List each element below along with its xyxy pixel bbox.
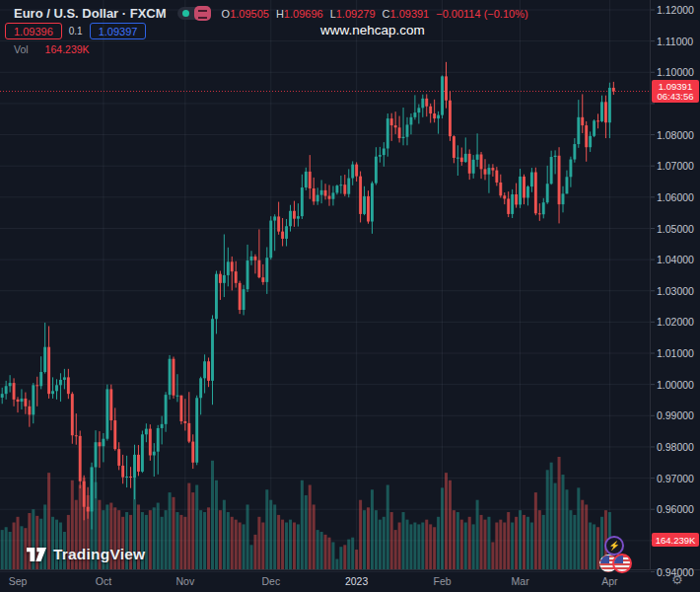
chart-plot-area[interactable]	[0, 0, 650, 569]
tradingview-logo-icon	[27, 548, 46, 561]
symbol-title[interactable]: Euro / U.S. Dollar · FXCM	[14, 6, 167, 21]
time-axis-label: Apr	[590, 575, 629, 587]
close-label: C	[383, 8, 390, 20]
price-axis-label: 1.11000	[657, 36, 693, 47]
ohlc-readout: O1.09505 H1.09696 L1.09279 C1.09391 −0.0…	[222, 8, 535, 20]
time-axis-label: Oct	[84, 575, 123, 587]
current-price-label: 1.09391 06:43:56	[652, 80, 699, 103]
price-axis-label: 1.03000	[657, 285, 694, 297]
alert-lightning-icon[interactable]: ⚡	[604, 536, 624, 555]
bid-button[interactable]: 1.09396	[5, 23, 62, 39]
time-axis[interactable]: ⚙ SepOctNovDec2023FebMarApr	[0, 570, 700, 592]
ask-button[interactable]: 1.09397	[90, 23, 147, 39]
high-value: 1.09696	[284, 8, 323, 20]
market-status-icon[interactable]	[177, 6, 211, 21]
time-axis-label: Nov	[166, 575, 205, 587]
high-label: H	[276, 8, 284, 20]
price-axis-label: 1.01000	[657, 347, 694, 359]
us-flag-event-icon-highlighted[interactable]	[612, 554, 632, 573]
lightning-bolt-glyph: ⚡	[608, 542, 619, 551]
close-value: 1.09391	[389, 8, 429, 20]
price-axis-label: 0.97000	[657, 473, 694, 484]
price-axis-label: 1.07000	[657, 160, 694, 172]
price-axis-label: 0.98000	[657, 441, 694, 453]
price-axis-label: 1.00000	[657, 379, 694, 391]
volume-indicator-label: Vol	[14, 43, 29, 55]
time-axis-label: Mar	[501, 575, 540, 587]
price-axis-label: 1.08000	[657, 129, 694, 141]
bar-close-countdown: 06:43:56	[658, 92, 694, 102]
price-axis[interactable]: 1.09391 06:43:56 164.239K 1.120001.11000…	[651, 0, 700, 592]
market-open-dot-icon	[182, 10, 189, 17]
spread-value: 0.1	[69, 26, 83, 37]
change-value: −0.00114 (−0.10%)	[436, 8, 527, 20]
watermark-text: www.nehcap.com	[320, 23, 425, 37]
time-axis-label: Dec	[251, 575, 291, 587]
low-value: 1.09279	[336, 8, 376, 20]
price-axis-label: 1.05000	[657, 223, 694, 235]
price-axis-label: 0.99000	[657, 409, 694, 421]
price-axis-label: 1.12000	[657, 4, 694, 16]
current-volume-label: 164.239K	[652, 533, 699, 547]
volume-indicator-value: 164.239K	[45, 43, 90, 55]
time-axis-label: 2023	[337, 575, 377, 587]
tradingview-logo-text: TradingView	[53, 546, 145, 563]
price-axis-label: 1.04000	[657, 254, 694, 265]
settings-gear-icon[interactable]: ⚙	[671, 572, 683, 587]
price-axis-label: 1.10000	[657, 66, 694, 78]
tradingview-logo[interactable]: TradingView	[27, 546, 145, 563]
price-axis-label: 1.06000	[657, 191, 694, 203]
price-axis-label: 0.96000	[657, 503, 694, 515]
time-axis-label: Feb	[423, 575, 462, 587]
open-label: O	[222, 8, 231, 20]
market-status-menu-icon	[194, 6, 211, 21]
price-axis-label: 1.02000	[657, 316, 694, 328]
tradingview-chart-window: Euro / U.S. Dollar · FXCM O1.09505 H1.09…	[0, 0, 700, 592]
time-axis-label: Sep	[0, 575, 37, 587]
open-value: 1.09505	[230, 8, 269, 20]
